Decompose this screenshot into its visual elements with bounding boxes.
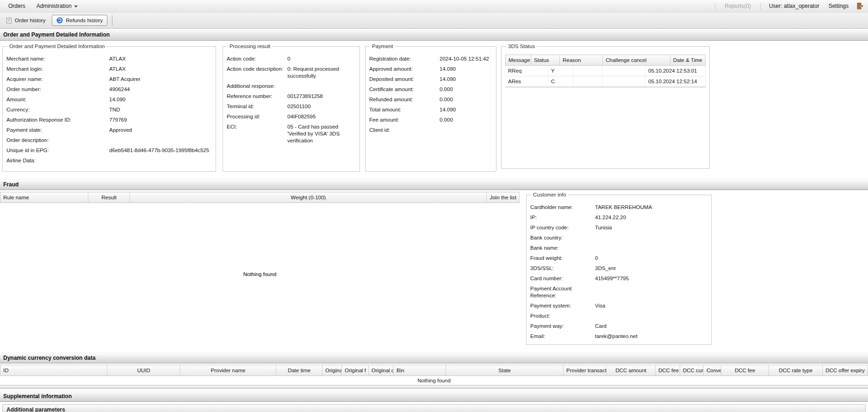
cell-reason <box>574 66 602 76</box>
threeds-table: Message type Status Reason Challenge can… <box>505 55 706 87</box>
section-header-fraud[interactable]: Fraud <box>0 179 868 190</box>
field-row: Payment state: Approved <box>6 127 212 134</box>
cell-reason <box>574 76 602 86</box>
order-info-fields: Merchant name: ATLAX Merchant login: ATL… <box>6 52 212 164</box>
order-info-legend: Order and Payment Detailed Information <box>7 43 106 49</box>
field-row: Currency: TND <box>6 106 212 113</box>
field-value <box>287 83 356 90</box>
menu-settings[interactable]: Settings <box>825 1 852 11</box>
menu-administration-label: Administration <box>37 3 72 9</box>
field-label: Merchant name: <box>6 55 109 62</box>
tab-order-history[interactable]: Order history <box>1 15 50 26</box>
horizontal-scrollbar-strip[interactable] <box>0 385 868 389</box>
field-value <box>595 245 707 252</box>
field-row: Client id: <box>369 127 492 134</box>
column-header: DCC offer expiry <box>823 365 868 375</box>
field-row: Payment way: Card <box>530 323 707 330</box>
field-label: Acquirer name: <box>6 76 109 83</box>
column-header: DCC fee <box>721 365 769 375</box>
tabbar-divider <box>112 15 112 25</box>
section-header-additional-parameters[interactable]: Additional parameters <box>2 404 866 412</box>
menubar-left: Orders Administration <box>3 1 83 11</box>
field-row: IP: 41.224.22.20 <box>530 214 707 221</box>
fraud-table: Rule name Result Weight (0-100) Join the… <box>0 192 520 277</box>
field-row: Cardholder name: TAREK BERREHOUMA <box>530 204 707 211</box>
logout-button[interactable] <box>854 1 865 11</box>
threeds-row[interactable]: ARes C 05.10.2024 12:52:14 <box>505 76 706 87</box>
column-header: State <box>446 365 564 375</box>
tab-refunds-history-label: Refunds history <box>66 18 103 23</box>
cell-challenge-cancel <box>602 66 645 76</box>
field-label: Product: <box>530 313 595 320</box>
section-header-supplemental[interactable]: Supplemental information <box>0 391 868 402</box>
threeds-table-body: RReq Y 05.10.2024 12:53:01 ARes C 05.10.… <box>505 66 706 87</box>
menu-orders[interactable]: Orders <box>3 1 31 11</box>
field-row: Refunded amount: 0.000 <box>369 96 492 103</box>
field-label: Order description: <box>6 137 109 144</box>
field-row: Additional response: <box>227 83 356 90</box>
field-row: Payment Account Reference: <box>530 285 707 299</box>
field-label: Email: <box>530 333 595 340</box>
field-row: Certificate amount: 0.000 <box>369 86 492 93</box>
section-header-order-payment-label: Order and Payment Detailed Information <box>3 31 110 38</box>
column-header: Weight (0-100) <box>130 192 487 203</box>
threeds-row[interactable]: RReq Y 05.10.2024 12:53:01 <box>505 66 706 76</box>
processing-result-fields: Action code: 0 Action code description: … <box>227 52 356 144</box>
tab-refunds-history[interactable]: Refunds history <box>52 15 107 26</box>
cell-challenge-cancel <box>602 76 645 86</box>
field-value: 02501100 <box>287 103 356 110</box>
field-value: 0: Request processed successfully <box>287 66 356 80</box>
section-header-dcc[interactable]: Dynamic currency conversion data <box>0 352 868 363</box>
customer-info-fields: Cardholder name: TAREK BERREHOUMA IP: 41… <box>530 200 707 340</box>
customer-info-fieldset: Customer info Cardholder name: TAREK BER… <box>526 192 712 345</box>
section-header-order-payment[interactable]: Order and Payment Detailed Information <box>0 29 868 41</box>
field-row: Registration date: 2024-10-05 12:51:42 <box>369 55 492 62</box>
field-label: 3DS/SSL: <box>530 265 595 272</box>
column-header: DCC rate type <box>769 365 823 375</box>
field-value: 0.000 <box>440 86 492 93</box>
column-header: Message type <box>506 55 531 65</box>
field-row: Action code description: 0: Request proc… <box>227 66 356 80</box>
column-header: Provider name <box>180 365 276 375</box>
field-label: Client id: <box>369 127 440 134</box>
field-label: Payment system: <box>530 302 595 309</box>
fraud-table-header: Rule name Result Weight (0-100) Join the… <box>0 192 520 203</box>
field-label: Authorization Response ID: <box>6 117 109 123</box>
field-value: 415499**7795 <box>595 275 707 282</box>
field-row: Processing id: 04IF082595 <box>227 113 356 120</box>
field-label: Cardholder name: <box>530 204 595 211</box>
field-value: 14.090 <box>109 96 212 103</box>
field-value <box>109 137 212 144</box>
payment-fields: Registration date: 2024-10-05 12:51:42 A… <box>369 52 492 134</box>
field-value: 05 - Card has passed 'Verified by VISA' … <box>287 123 356 144</box>
field-value: 14.090 <box>440 66 492 73</box>
menu-reports[interactable]: Reports(0) <box>720 1 756 11</box>
column-header: DCC fee amount <box>656 365 680 375</box>
cell-datetime: 05.10.2024 12:53:01 <box>645 66 706 76</box>
user-label: User: atlax_operator <box>765 1 823 11</box>
payment-fieldset: Payment Registration date: 2024-10-05 12… <box>365 43 496 172</box>
customer-info-legend: Customer info <box>531 192 568 197</box>
column-header: Reason <box>560 55 603 65</box>
field-label: Terminal id: <box>227 103 287 110</box>
field-row: Merchant name: ATLAX <box>6 55 212 62</box>
field-value: Visa <box>595 302 707 309</box>
field-label: Refunded amount: <box>369 96 440 103</box>
section-header-fraud-label: Fraud <box>3 181 19 188</box>
column-header: Result <box>88 192 130 203</box>
section-header-additional-parameters-label: Additional parameters <box>6 406 65 412</box>
menu-administration[interactable]: Administration <box>31 1 83 11</box>
field-value: d6eb5481-8d46-477b-9035-1995f8b4c525 <box>109 147 212 154</box>
field-value: 14.090 <box>440 106 492 113</box>
column-header: ID <box>0 365 107 375</box>
order-info-fieldset: Order and Payment Detailed Information M… <box>2 43 216 172</box>
chevron-down-icon <box>74 6 78 7</box>
field-row: Merchant login: ATLAX <box>6 66 212 73</box>
field-value: 0.000 <box>440 96 492 103</box>
column-header: Join the list <box>487 192 520 203</box>
field-value: TND <box>109 106 212 113</box>
order-history-icon <box>6 18 12 24</box>
column-header: UUID <box>107 365 180 375</box>
field-label: Action code: <box>227 55 287 62</box>
field-label: Additional response: <box>227 83 287 90</box>
